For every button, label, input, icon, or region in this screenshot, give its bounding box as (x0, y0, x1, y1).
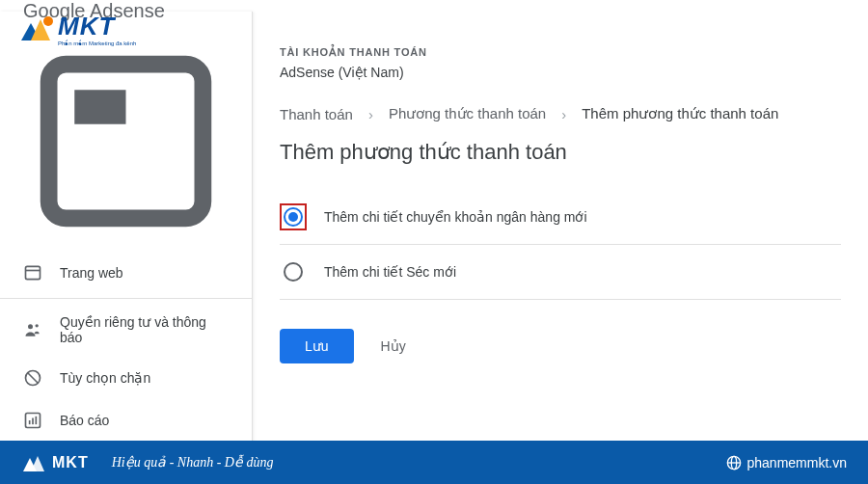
svg-point-8 (36, 324, 39, 327)
web-icon (23, 263, 42, 282)
svg-line-10 (28, 373, 38, 383)
sidebar: Trang web Quyền riêng tư và thông báo Tù… (0, 12, 253, 450)
svg-rect-14 (36, 417, 38, 424)
radio-unselected[interactable] (284, 262, 303, 282)
cancel-button[interactable]: Hủy (381, 338, 406, 354)
chevron-right-icon: › (368, 106, 373, 122)
breadcrumb-item[interactable]: Phương thức thanh toán (389, 105, 546, 122)
breadcrumb: Thanh toán › Phương thức thanh toán › Th… (280, 105, 841, 122)
privacy-icon (23, 320, 42, 339)
breadcrumb-current: Thêm phương thức thanh toán (582, 105, 778, 122)
option-label: Thêm chi tiết chuyển khoản ngân hàng mới (324, 209, 587, 225)
svg-rect-4 (74, 90, 125, 124)
footer-banner: MKT Hiệu quả - Nhanh - Dễ dùng phanmemmk… (0, 441, 868, 484)
svg-rect-12 (29, 420, 31, 424)
watermark-logo: MKT Phần mềm Marketing đa kênh (17, 12, 136, 46)
sidebar-item-label: Tùy chọn chặn (60, 370, 150, 386)
account-name: AdSense (Việt Nam) (280, 65, 841, 80)
svg-rect-3 (49, 65, 203, 219)
footer-brand: MKT (52, 454, 89, 471)
radio-selected[interactable] (284, 207, 303, 227)
report-icon (23, 411, 42, 430)
page-title: Thêm phương thức thanh toán (280, 140, 841, 165)
block-icon (23, 368, 42, 388)
footer-tagline: Hiệu quả - Nhanh - Dễ dùng (112, 454, 274, 471)
sidebar-item-privacy[interactable]: Quyền riêng tư và thông báo (0, 303, 252, 357)
sidebar-item-label: Trang web (60, 265, 123, 281)
save-button[interactable]: Lưu (280, 329, 354, 363)
svg-marker-20 (31, 456, 44, 471)
sidebar-item-report[interactable]: Báo cáo (0, 399, 252, 442)
mkt-footer-icon (21, 452, 48, 473)
globe-icon (726, 455, 742, 471)
svg-point-7 (28, 324, 33, 329)
account-section-label: TÀI KHOẢN THANH TOÁN (280, 46, 841, 59)
payment-option-bank[interactable]: Thêm chi tiết chuyển khoản ngân hàng mới (280, 190, 841, 245)
sidebar-top-item[interactable] (0, 31, 252, 252)
highlight-box (280, 203, 307, 230)
footer-left: MKT Hiệu quả - Nhanh - Dễ dùng (21, 452, 273, 473)
button-row: Lưu Hủy (280, 329, 841, 363)
option-label: Thêm chi tiết Séc mới (324, 264, 456, 280)
footer-website[interactable]: phanmemmkt.vn (726, 455, 847, 471)
sidebar-item-web[interactable]: Trang web (0, 252, 252, 294)
payment-option-check[interactable]: Thêm chi tiết Séc mới (280, 245, 841, 300)
svg-rect-5 (26, 266, 41, 279)
mkt-logo-shapes (17, 13, 58, 44)
ad-unit-icon (23, 39, 229, 244)
sidebar-item-label: Báo cáo (60, 413, 109, 428)
footer-website-text: phanmemmkt.vn (747, 455, 847, 471)
sidebar-item-label: Quyền riêng tư và thông báo (60, 314, 229, 345)
sidebar-item-block[interactable]: Tùy chọn chặn (0, 357, 252, 399)
watermark-subtitle: Phần mềm Marketing đa kênh (58, 40, 136, 46)
main-content: TÀI KHOẢN THANH TOÁN AdSense (Việt Nam) … (253, 12, 868, 450)
chevron-right-icon: › (561, 106, 566, 122)
svg-point-2 (43, 16, 53, 26)
watermark-brand: MKT (58, 12, 136, 41)
footer-logo: MKT (21, 452, 89, 473)
sidebar-divider (0, 298, 252, 299)
radio-wrap (280, 258, 307, 285)
breadcrumb-item[interactable]: Thanh toán (280, 106, 353, 122)
svg-rect-13 (32, 418, 34, 425)
